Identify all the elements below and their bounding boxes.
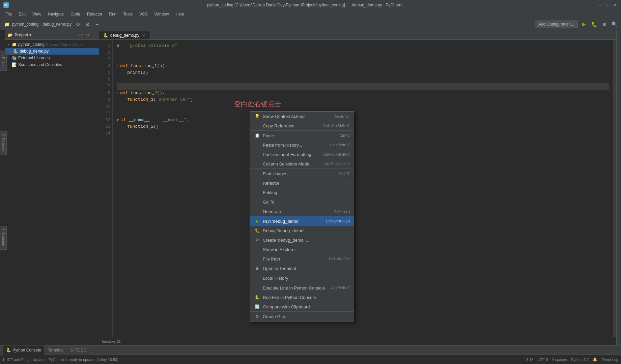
python-console-tab[interactable]: 🐍 Python Console xyxy=(3,345,45,355)
filepath-icon xyxy=(254,256,260,262)
ctx-paste-history[interactable]: Paste from History... Ctrl+Shift+V xyxy=(250,140,354,150)
ctx-show-context-actions[interactable]: 💡 Show Context Actions Alt+Enter xyxy=(250,112,354,121)
ctx-debug-debug-demo[interactable]: 🐛 Debug 'debug_demo' xyxy=(250,226,354,235)
menu-window[interactable]: Window xyxy=(152,11,172,17)
search-toolbar-button[interactable]: 🔍 xyxy=(610,20,618,28)
code-line-2 xyxy=(117,49,609,56)
ctx-paste-no-format[interactable]: Paste without Formatting Ctrl+Alt+Shift+… xyxy=(250,150,354,159)
code-line-1: a = "global variable a" xyxy=(117,42,609,49)
line-col-indicator[interactable]: 8:18 xyxy=(526,358,533,362)
tab-label: debug_demo.py xyxy=(110,33,139,38)
ctx-copy-reference[interactable]: Copy Reference Ctrl+Alt+Shift+C xyxy=(250,121,354,130)
ctx-paste[interactable]: 📋 Paste Ctrl+V xyxy=(250,130,354,140)
tab-close-button[interactable]: ✕ xyxy=(141,33,146,38)
folder-icon: 📁 xyxy=(11,42,17,47)
maximize-button[interactable]: □ xyxy=(605,3,610,7)
debug-button[interactable]: 🐛 xyxy=(590,20,598,28)
code-line-4: ▾ def function_1(a): xyxy=(117,63,609,69)
ctx-run-debug-demo[interactable]: ▶ Run 'debug_demo' Ctrl+Shift+F10 xyxy=(250,216,354,226)
close-button[interactable]: ✕ xyxy=(613,3,618,7)
indent-indicator[interactable]: 4 spaces xyxy=(552,358,567,362)
ctx-create-debug-demo[interactable]: ⚙ Create 'debug_demo'... xyxy=(250,235,354,245)
external-expand-arrow: › xyxy=(7,56,11,60)
ctx-find-usages[interactable]: Find Usages Alt+F7 xyxy=(250,169,354,178)
ctx-show-in-explorer[interactable]: Show in Explorer xyxy=(250,245,354,254)
sidebar-item-favorites[interactable]: 2: Favorites xyxy=(0,131,7,155)
sidebar-item-project[interactable]: 1: Project xyxy=(0,51,7,71)
ctx-create-gist[interactable]: ⚙ Create Gist... xyxy=(250,311,354,321)
run-button[interactable]: ▶ xyxy=(580,20,588,28)
toolbar-actions: Add Configuration... ▶ 🐛 ⏹ 🔍 xyxy=(535,20,618,28)
menu-file[interactable]: File xyxy=(3,11,15,17)
menu-view[interactable]: View xyxy=(30,11,44,17)
tree-external-libraries[interactable]: › 📚 External Libraries xyxy=(5,55,99,61)
encoding-indicator[interactable]: UTF-8 xyxy=(538,358,548,362)
tree-root-path: C:\Users\Darren Danie xyxy=(46,42,83,47)
ctx-column-selection[interactable]: Column Selection Mode Alt+Shift+Insert xyxy=(250,159,354,169)
menu-run[interactable]: Run xyxy=(106,11,119,17)
add-configuration-button[interactable]: Add Configuration... xyxy=(535,21,578,28)
python-version-indicator[interactable]: Python 3.7 xyxy=(571,358,589,362)
tree-scratches-label: Scratches and Consoles xyxy=(18,62,62,67)
minimize-button[interactable]: — xyxy=(598,3,603,7)
ctx-compare-clipboard[interactable]: 🔄 Compare with Clipboard xyxy=(250,302,354,311)
debug-icon: 🐛 xyxy=(254,228,260,234)
panel-sync-btn[interactable]: ⟳ xyxy=(79,32,83,38)
app-icon: PC xyxy=(3,2,9,8)
menu-tools[interactable]: Tools xyxy=(120,11,135,17)
generate-icon xyxy=(254,208,260,214)
stop-button[interactable]: ⏹ xyxy=(600,20,608,28)
settings-btn[interactable]: ⚙ xyxy=(84,20,92,28)
code-editor[interactable]: 1 2 3 4 5 6 7 8 9 10 11 12 13 14 a = "gl… xyxy=(99,40,616,337)
tree-expand-arrow: ▾ xyxy=(7,43,11,46)
minus-btn[interactable]: − xyxy=(93,20,101,28)
ctx-generate[interactable]: Generate... Alt+Insert xyxy=(250,207,354,216)
folding-arrow: › xyxy=(348,190,350,194)
ctx-folding[interactable]: Folding › xyxy=(250,188,354,197)
ctx-open-terminal[interactable]: 🖥 Open in Terminal xyxy=(250,264,354,273)
project-icon-btn[interactable]: 📁 xyxy=(3,20,11,28)
scratches-expand-arrow: › xyxy=(7,63,11,66)
panel-cog-btn[interactable]: ⚙ xyxy=(85,32,90,38)
bottom-status-bar: ℹ IDE and Plugin Updates: PyCharm is rea… xyxy=(0,355,621,364)
menu-help[interactable]: Help xyxy=(173,11,187,17)
sync-btn[interactable]: ⟳ xyxy=(74,20,82,28)
ctx-refactor[interactable]: Refactor › xyxy=(250,178,354,188)
tree-root-item[interactable]: ▾ 📁 python_coding C:\Users\Darren Danie xyxy=(5,41,99,48)
tree-scratches-item[interactable]: › 📝 Scratches and Consoles xyxy=(5,61,99,68)
copy-ref-icon xyxy=(254,123,260,129)
todo-tab[interactable]: 6: TODO xyxy=(67,345,90,355)
tree-root-label: python_coding xyxy=(18,42,45,47)
window-controls: — □ ✕ xyxy=(598,3,618,7)
bottom-tool-bar: 🐍 Python Console Terminal 6: TODO xyxy=(0,345,621,355)
libraries-icon: 📚 xyxy=(11,55,17,61)
menu-edit[interactable]: Edit xyxy=(16,11,28,17)
sidebar-item-structure[interactable]: 4: Structure xyxy=(0,226,7,250)
terminal-tab[interactable]: Terminal xyxy=(45,345,67,355)
ctx-local-history[interactable]: Local History › xyxy=(250,273,354,283)
event-log-label[interactable]: Event Log xyxy=(601,358,618,362)
code-content[interactable]: a = "global variable a" ▾ def function_1… xyxy=(113,40,613,337)
status-right: 8:18 UTF-8 4 spaces Python 3.7 🔔 Event L… xyxy=(526,357,618,362)
ctx-go-to[interactable]: Go To › xyxy=(250,197,354,207)
terminal-icon: 🖥 xyxy=(254,265,260,271)
scratches-icon: 📝 xyxy=(11,62,17,67)
history-arrow: › xyxy=(348,276,350,280)
menu-navigate[interactable]: Navigate xyxy=(45,11,66,17)
menu-vcs[interactable]: VCS xyxy=(137,11,150,17)
menu-refactor[interactable]: Refactor xyxy=(84,11,105,17)
window-title: python_coding [C:\Users\Darren DanielDay… xyxy=(11,3,598,7)
tab-file-icon: 🐍 xyxy=(103,33,108,38)
paste-icon: 📋 xyxy=(254,132,260,139)
menu-code[interactable]: Code xyxy=(68,11,83,17)
panel-title: Project ▾ xyxy=(15,33,77,37)
ctx-run-file-console[interactable]: 🐍 Run File in Python Console xyxy=(250,293,354,302)
ctx-file-path[interactable]: File Path Ctrl+Alt+F12 xyxy=(250,254,354,264)
refactor-arrow: › xyxy=(348,181,350,185)
tree-file-item[interactable]: 🐍 debug_demo.py xyxy=(5,48,99,55)
editor-scrollbar[interactable] xyxy=(613,40,616,337)
panel-hide-btn[interactable]: − xyxy=(92,32,96,38)
ctx-execute-line[interactable]: Execute Line in Python Console Alt+Shift… xyxy=(250,283,354,293)
git-icon: 🔔 xyxy=(593,357,597,362)
tab-debug-demo[interactable]: 🐍 debug_demo.py ✕ xyxy=(99,31,150,39)
